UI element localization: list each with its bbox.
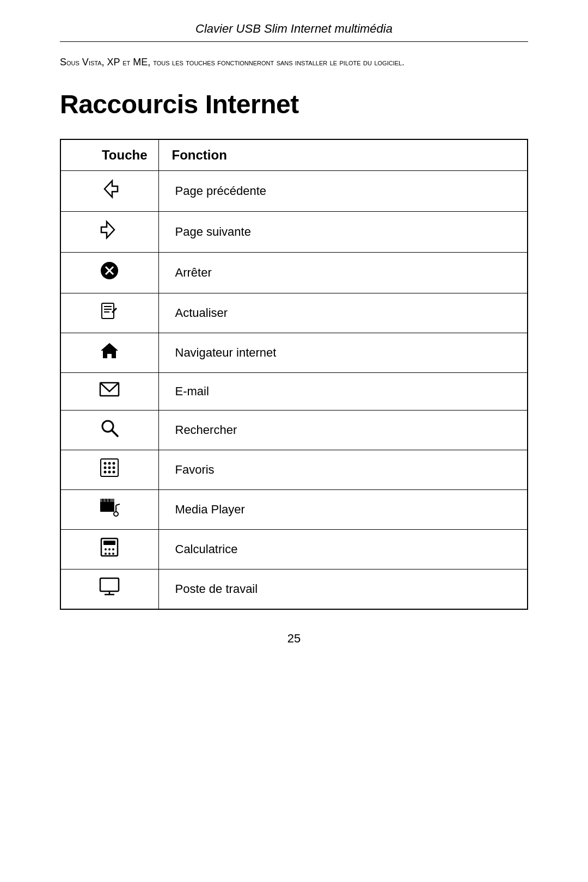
svg-point-18 — [104, 467, 107, 469]
row-function-5: E-mail — [158, 373, 528, 411]
forward-arrow-icon — [60, 212, 158, 253]
row-function-10: Poste de travail — [158, 569, 528, 610]
table-row: Arrêter — [60, 253, 528, 293]
email-icon — [60, 373, 158, 411]
row-function-0: Page précédente — [158, 171, 528, 212]
table-header-row: Touche Fonction — [60, 139, 528, 171]
media-player-icon — [60, 490, 158, 530]
svg-marker-1 — [101, 222, 114, 238]
row-function-4: Navigateur internet — [158, 333, 528, 373]
svg-point-35 — [108, 548, 111, 550]
col-fonction-header: Fonction — [158, 139, 528, 171]
row-function-3: Actualiser — [158, 293, 528, 333]
refresh-icon — [60, 293, 158, 333]
intro-normal: Sous Vista, XP et ME, tous les touches f… — [60, 57, 405, 68]
row-function-1: Page suivante — [158, 212, 528, 253]
table-row: Media Player — [60, 490, 528, 530]
svg-rect-28 — [109, 499, 110, 502]
desktop-icon — [60, 569, 158, 610]
svg-point-22 — [108, 471, 111, 474]
svg-rect-5 — [102, 303, 114, 318]
table-row: Actualiser — [60, 293, 528, 333]
table-row: Page suivante — [60, 212, 528, 253]
svg-point-34 — [105, 548, 107, 550]
header-title: Clavier USB Slim Internet multimédia — [60, 22, 528, 36]
svg-point-36 — [112, 548, 114, 550]
svg-point-15 — [104, 462, 107, 465]
svg-marker-0 — [105, 181, 118, 197]
svg-rect-25 — [100, 499, 114, 502]
svg-rect-40 — [100, 578, 119, 591]
header-rule — [60, 41, 528, 42]
svg-point-29 — [114, 512, 118, 516]
svg-rect-33 — [103, 541, 115, 545]
home-icon — [60, 333, 158, 373]
table-row: Navigateur internet — [60, 333, 528, 373]
svg-line-13 — [112, 430, 118, 436]
back-arrow-icon — [60, 171, 158, 212]
svg-point-37 — [105, 553, 107, 555]
search-icon — [60, 411, 158, 450]
row-function-6: Rechercher — [158, 411, 528, 450]
svg-point-23 — [113, 471, 115, 474]
svg-point-16 — [108, 462, 111, 465]
shortcuts-table: Touche Fonction Page précédentePage suiv… — [60, 139, 528, 610]
svg-rect-27 — [106, 499, 107, 502]
intro-text: Sous Vista, XP et ME, tous les touches f… — [60, 55, 528, 70]
svg-point-20 — [113, 467, 115, 469]
svg-marker-10 — [101, 343, 118, 358]
row-function-7: Favoris — [158, 450, 528, 490]
row-function-9: Calculatrice — [158, 530, 528, 569]
page-number: 25 — [287, 632, 301, 646]
stop-icon — [60, 253, 158, 293]
svg-point-38 — [108, 553, 111, 555]
svg-point-39 — [112, 553, 114, 555]
favorites-icon — [60, 450, 158, 490]
row-function-8: Media Player — [158, 490, 528, 530]
table-row: Calculatrice — [60, 530, 528, 569]
svg-line-31 — [116, 504, 120, 505]
col-touche-header: Touche — [60, 139, 158, 171]
svg-point-17 — [113, 462, 115, 465]
svg-point-19 — [108, 467, 111, 469]
calculator-icon — [60, 530, 158, 569]
row-function-2: Arrêter — [158, 253, 528, 293]
page-container: Clavier USB Slim Internet multimédia Sou… — [60, 0, 528, 678]
table-row: Rechercher — [60, 411, 528, 450]
svg-rect-26 — [102, 499, 103, 502]
table-row: Favoris — [60, 450, 528, 490]
table-row: Page précédente — [60, 171, 528, 212]
table-row: E-mail — [60, 373, 528, 411]
table-row: Poste de travail — [60, 569, 528, 610]
section-title: Raccourcis Internet — [60, 89, 528, 119]
svg-point-21 — [104, 471, 107, 474]
